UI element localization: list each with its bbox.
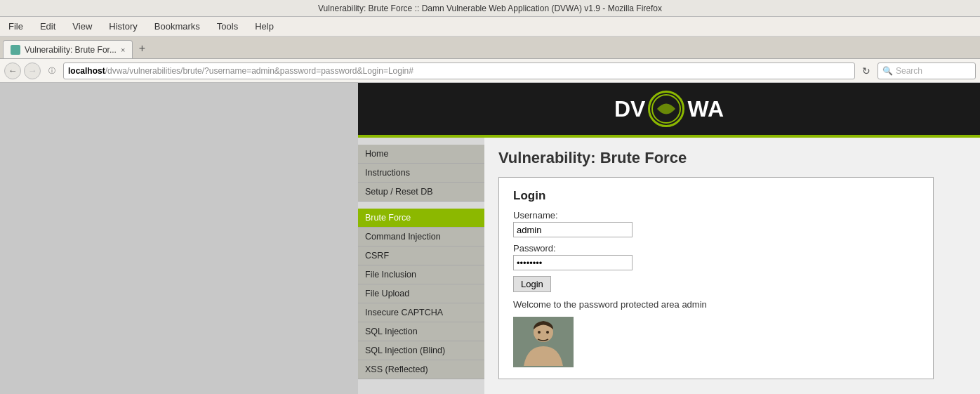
search-box[interactable]: 🔍 Search	[878, 63, 976, 79]
tab-close-button[interactable]: ×	[121, 46, 125, 54]
menu-help[interactable]: Help	[252, 20, 277, 33]
password-input[interactable]	[513, 255, 633, 270]
dvwa-logo-text: DV	[614, 96, 645, 122]
svg-point-3	[538, 331, 541, 334]
password-label: Password:	[513, 243, 919, 254]
dvwa-header: DV WA	[358, 83, 980, 138]
avatar-svg	[513, 317, 574, 367]
sidebar-item-csrf[interactable]: CSRF	[358, 247, 484, 265]
avatar	[513, 317, 574, 367]
search-icon: 🔍	[882, 66, 893, 76]
login-box: Login Username: Password: Login Welcome …	[498, 177, 934, 379]
sidebar-item-command-injection[interactable]: Command Injection	[358, 228, 484, 247]
sidebar-item-file-inclusion[interactable]: File Inclusion	[358, 265, 484, 284]
dvwa-content: Vulnerability: Brute Force Login Usernam…	[484, 138, 980, 394]
login-title: Login	[513, 189, 919, 203]
sidebar-item-sql-injection-blind[interactable]: SQL Injection (Blind)	[358, 341, 484, 360]
menu-edit[interactable]: Edit	[37, 20, 58, 33]
menu-view[interactable]: View	[69, 20, 95, 33]
sidebar-item-xss-reflected[interactable]: XSS (Reflected)	[358, 360, 484, 379]
dvwa-logo-text2: WA	[687, 96, 724, 122]
back-button[interactable]: ←	[4, 63, 21, 79]
login-button[interactable]: Login	[513, 276, 551, 292]
page-title: Vulnerability: Brute Force	[498, 149, 966, 167]
sidebar-item-home[interactable]: Home	[358, 145, 484, 164]
menu-tools[interactable]: Tools	[214, 20, 241, 33]
username-label: Username:	[513, 210, 919, 221]
title-bar: Vulnerability: Brute Force :: Damn Vulne…	[0, 0, 980, 17]
menu-file[interactable]: File	[6, 20, 26, 33]
active-tab[interactable]: Vulnerability: Brute For... ×	[3, 40, 133, 58]
tab-label: Vulnerability: Brute For...	[25, 45, 117, 55]
sidebar-item-brute-force[interactable]: Brute Force	[358, 209, 484, 228]
sidebar-item-insecure-captcha[interactable]: Insecure CAPTCHA	[358, 303, 484, 322]
menu-history[interactable]: History	[106, 20, 140, 33]
url-path: /dvwa/vulnerabilities/brute/?username=ad…	[105, 66, 413, 76]
content-area: DV WA Home Instructions Setup / Reset DB…	[0, 83, 980, 394]
address-bar: ← → ⓘ localhost /dvwa/vulnerabilities/br…	[0, 59, 980, 83]
url-domain: localhost	[68, 66, 105, 76]
url-bar[interactable]: localhost /dvwa/vulnerabilities/brute/?u…	[63, 63, 855, 79]
dvwa-body: Home Instructions Setup / Reset DB Brute…	[358, 138, 980, 394]
sidebar-gap	[358, 202, 484, 209]
dvwa-sidebar: Home Instructions Setup / Reset DB Brute…	[358, 138, 484, 394]
dvwa-logo-circle	[648, 91, 684, 127]
welcome-text: Welcome to the password protected area a…	[513, 299, 919, 310]
refresh-button[interactable]: ↻	[858, 63, 875, 79]
new-tab-button[interactable]: +	[133, 40, 151, 57]
dvwa-main: DV WA Home Instructions Setup / Reset DB…	[358, 83, 980, 394]
menu-bar: File Edit View History Bookmarks Tools H…	[0, 17, 980, 37]
sidebar-item-setup[interactable]: Setup / Reset DB	[358, 183, 484, 202]
left-panel	[0, 83, 358, 394]
sidebar-item-instructions[interactable]: Instructions	[358, 164, 484, 183]
tab-bar: Vulnerability: Brute For... × +	[0, 37, 980, 59]
forward-button[interactable]: →	[24, 63, 41, 79]
dvwa-logo: DV WA	[614, 91, 724, 127]
menu-bookmarks[interactable]: Bookmarks	[152, 20, 203, 33]
username-input[interactable]	[513, 222, 633, 237]
sidebar-item-file-upload[interactable]: File Upload	[358, 284, 484, 303]
search-placeholder: Search	[896, 66, 922, 76]
dvwa-logo-svg	[650, 93, 682, 125]
svg-point-4	[546, 331, 549, 334]
sidebar-item-sql-injection[interactable]: SQL Injection	[358, 322, 484, 341]
window-title: Vulnerability: Brute Force :: Damn Vulne…	[318, 4, 662, 13]
tab-favicon	[11, 45, 20, 55]
site-info-icon[interactable]: ⓘ	[44, 63, 60, 79]
